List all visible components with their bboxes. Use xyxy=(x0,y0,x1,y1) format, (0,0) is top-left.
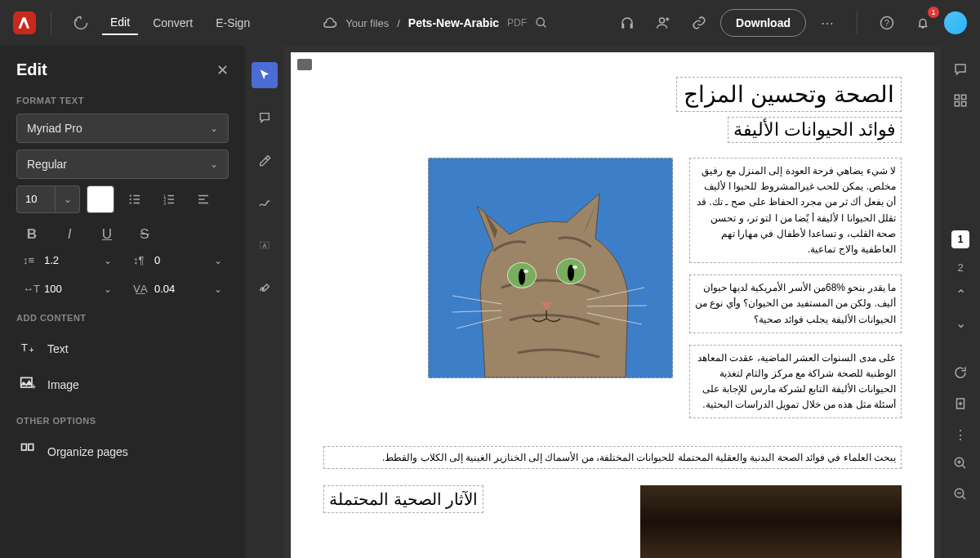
doc-image-secondary[interactable] xyxy=(640,485,902,558)
canvas-area: A الصحة وتحسين المزاج فوائد الحيوانات ال… xyxy=(245,46,941,558)
person-add-icon[interactable] xyxy=(648,8,678,38)
draw-tool[interactable] xyxy=(252,190,278,216)
char-spacing-field[interactable]: V͟A 0.04 ⌄ xyxy=(127,278,229,300)
page-up-icon[interactable]: ⌃ xyxy=(956,287,966,302)
char-spacing-icon: V͟A xyxy=(133,283,148,295)
svg-point-25 xyxy=(572,266,577,269)
more-icon[interactable]: ⋯ xyxy=(813,8,842,38)
divider xyxy=(51,11,51,34)
organize-icon xyxy=(20,442,36,462)
align-icon[interactable] xyxy=(189,185,217,213)
svg-rect-14 xyxy=(22,444,27,451)
doc-paragraph[interactable]: لا شيء يضاهي فرحة العودة إلى المنزل مع ر… xyxy=(689,158,902,263)
line-height-field[interactable]: ↕≡ 1.2 ⌄ xyxy=(16,249,118,271)
font-weight-dropdown[interactable]: Regular ⌄ xyxy=(16,150,229,179)
breadcrumb: Your files / Pets-New-Arabic PDF xyxy=(323,16,548,30)
text-color-swatch[interactable] xyxy=(87,185,114,213)
svg-rect-26 xyxy=(955,95,959,99)
svg-point-24 xyxy=(523,270,528,273)
doc-title[interactable]: الصحة وتحسين المزاج xyxy=(676,77,902,112)
tab-edit[interactable]: Edit xyxy=(102,11,138,35)
svg-point-4 xyxy=(130,194,131,196)
doc-paragraph[interactable]: ما يقدر بنحو %68من الأسر الأمريكية لديها… xyxy=(689,275,902,333)
comment-tool[interactable] xyxy=(252,105,278,131)
more-vertical-icon[interactable]: ⋮ xyxy=(954,427,967,443)
tool-strip: A xyxy=(245,46,284,558)
svg-text:+: + xyxy=(29,346,34,355)
chevron-down-icon: ⌄ xyxy=(210,123,218,134)
svg-text:?: ? xyxy=(884,18,889,28)
textbox-tool[interactable]: A xyxy=(252,232,278,258)
doc-image-cat[interactable] xyxy=(428,158,673,378)
doc-paragraph[interactable]: يبحث العلماء في فوائد الصحة البدنية والع… xyxy=(323,446,902,469)
panels-icon[interactable] xyxy=(953,93,968,111)
add-text-icon: T+ xyxy=(20,339,36,359)
highlight-tool[interactable] xyxy=(252,147,278,173)
format-text-label: FORMAT TEXT xyxy=(16,96,229,105)
add-content-label: ADD CONTENT xyxy=(16,313,229,323)
horizontal-scale-icon: ↔T xyxy=(23,283,38,295)
search-icon[interactable] xyxy=(535,16,548,29)
svg-text:3: 3 xyxy=(163,201,166,206)
add-text-button[interactable]: T+ Text xyxy=(16,331,229,367)
chat-icon[interactable] xyxy=(953,62,968,80)
svg-point-1 xyxy=(660,18,665,23)
svg-rect-29 xyxy=(962,102,966,106)
document-viewport[interactable]: الصحة وتحسين المزاج فوائد الحيوانات الأل… xyxy=(284,46,941,558)
strikethrough-button[interactable]: S xyxy=(134,226,155,243)
next-page-number[interactable]: 2 xyxy=(957,261,963,274)
svg-text:+: + xyxy=(31,382,36,391)
font-size-input[interactable]: 10 xyxy=(16,185,56,213)
select-tool[interactable] xyxy=(252,62,278,88)
paragraph-spacing-icon: ↕¶ xyxy=(133,254,148,266)
doc-heading[interactable]: الآثار الصحية المحتملة xyxy=(323,485,483,513)
bold-button[interactable]: B xyxy=(21,226,42,243)
adobe-logo[interactable] xyxy=(13,11,36,34)
sign-tool[interactable] xyxy=(252,275,278,301)
svg-point-0 xyxy=(537,18,544,25)
svg-point-6 xyxy=(130,202,131,203)
document-page[interactable]: الصحة وتحسين المزاج فوائد الحيوانات الأل… xyxy=(291,52,934,558)
right-rail: 1 2 ⌃ ⌄ ⋮ xyxy=(941,46,980,558)
svg-rect-28 xyxy=(955,102,959,106)
line-height-icon: ↕≡ xyxy=(23,254,38,266)
fit-page-icon[interactable] xyxy=(953,396,968,414)
image-placeholder-icon xyxy=(297,59,312,70)
bell-icon[interactable] xyxy=(908,8,938,38)
italic-button[interactable]: I xyxy=(59,226,80,243)
tab-esign[interactable]: E-Sign xyxy=(207,11,258,34)
filename[interactable]: Pets-New-Arabic xyxy=(408,16,499,29)
chevron-down-icon: ⌄ xyxy=(210,158,218,170)
history-icon[interactable] xyxy=(66,8,96,38)
download-button[interactable]: Download xyxy=(720,9,806,37)
organize-pages-button[interactable]: Organize pages xyxy=(16,434,229,470)
tab-convert[interactable]: Convert xyxy=(145,11,201,34)
avatar[interactable] xyxy=(944,11,967,34)
current-page-indicator[interactable]: 1 xyxy=(951,230,969,248)
zoom-in-icon[interactable] xyxy=(953,456,968,474)
paragraph-spacing-field[interactable]: ↕¶ 0 ⌄ xyxy=(127,249,229,271)
topbar: Edit Convert E-Sign Your files / Pets-Ne… xyxy=(0,0,980,46)
bullet-list-icon[interactable] xyxy=(121,185,149,213)
add-image-button[interactable]: + Image xyxy=(16,367,229,403)
zoom-out-icon[interactable] xyxy=(953,487,968,505)
filetype-label: PDF xyxy=(507,17,527,29)
other-options-label: OTHER OPTIONS xyxy=(16,416,229,426)
font-family-dropdown[interactable]: Myriad Pro ⌄ xyxy=(16,114,229,143)
doc-paragraph[interactable]: على مدى السنوات العشر الماضية، عقدت المع… xyxy=(689,345,902,419)
underline-button[interactable]: U xyxy=(96,226,118,243)
svg-rect-27 xyxy=(962,95,966,99)
breadcrumb-root[interactable]: Your files xyxy=(345,17,389,29)
link-icon[interactable] xyxy=(684,8,714,38)
close-icon[interactable]: ✕ xyxy=(216,61,229,79)
rotate-icon[interactable] xyxy=(953,365,968,383)
numbered-list-icon[interactable]: 123 xyxy=(155,185,183,213)
divider xyxy=(857,11,858,34)
svg-text:T: T xyxy=(21,341,28,354)
doc-subtitle[interactable]: فوائد الحيوانات الأليفة xyxy=(728,117,902,143)
help-icon[interactable]: ? xyxy=(872,8,902,38)
page-down-icon[interactable]: ⌄ xyxy=(956,315,966,331)
horizontal-scale-field[interactable]: ↔T 100 ⌄ xyxy=(16,278,118,300)
font-size-stepper[interactable]: ⌄ xyxy=(56,185,80,213)
headphones-icon[interactable] xyxy=(612,8,642,38)
